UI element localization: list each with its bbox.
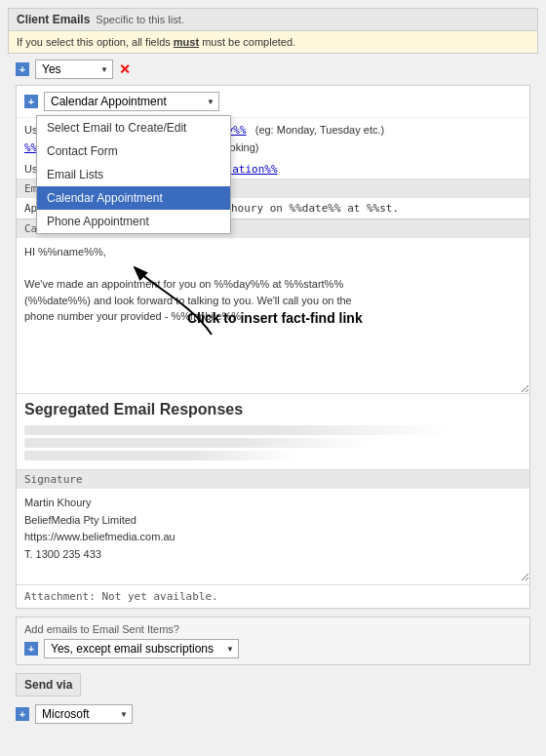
section-header: Client Emails Specific to this list.	[8, 8, 538, 31]
warning-text2: must be completed.	[199, 36, 295, 48]
warning-text1: If you select this option, all fields	[17, 36, 174, 48]
dd-item-calendar[interactable]: Calendar Appointment	[37, 186, 230, 210]
yes-plus-icon[interactable]: +	[16, 62, 29, 76]
attachment-label: Attachment:	[24, 590, 96, 603]
add-emails-select[interactable]: Yes, except email subscriptions Yes No	[44, 639, 239, 658]
blurred-content	[17, 420, 529, 469]
yes-select-wrapper[interactable]: Yes No	[35, 60, 113, 79]
dd-item-select[interactable]: Select Email to Create/Edit	[37, 116, 230, 139]
section-note: Specific to this list.	[96, 14, 183, 25]
send-via-label: Send via	[16, 673, 81, 696]
dropdown-row: + Calendar Appointment Contact Form Emai…	[17, 86, 529, 118]
attachment-row: Attachment: Not yet available.	[17, 584, 529, 608]
dropdown-plus-icon[interactable]: +	[24, 95, 38, 108]
add-emails-plus-icon[interactable]: +	[24, 642, 38, 656]
email-type-select[interactable]: Calendar Appointment Contact Form Email …	[44, 92, 219, 111]
attachment-value: Not yet available.	[101, 590, 217, 603]
yes-select[interactable]: Yes No	[35, 60, 113, 79]
segregated-heading: Segregated Email Responses	[17, 397, 529, 420]
add-emails-select-wrapper[interactable]: Yes, except email subscriptions Yes No	[44, 639, 239, 658]
send-via-plus-icon[interactable]: +	[16, 707, 29, 721]
send-via-select[interactable]: Microsoft Google Default	[35, 704, 133, 724]
send-via-select-wrapper[interactable]: Microsoft Google Default	[35, 704, 133, 724]
dd-item-phone[interactable]: Phone Appointment	[37, 210, 230, 233]
signature-label: Signature	[17, 469, 529, 489]
signature-textarea[interactable]: Martin Khoury BeliefMedia Pty Limited ht…	[17, 489, 529, 581]
add-emails-title: Add emails to Email Sent Items?	[24, 623, 522, 635]
warning-bar: If you select this option, all fields mu…	[8, 31, 538, 54]
main-content: + Calendar Appointment Contact Form Emai…	[16, 85, 530, 609]
email-body-textarea[interactable]: HI %%name%%, We've made an appointment f…	[17, 238, 529, 394]
email-type-select-wrapper[interactable]: Calendar Appointment Contact Form Email …	[44, 92, 219, 111]
dropdown-open: Select Email to Create/Edit Contact Form…	[36, 115, 231, 234]
day-hint: (eg: Monday, Tuesday etc.)	[255, 124, 384, 136]
dd-item-contact[interactable]: Contact Form	[37, 139, 230, 163]
send-via-block: Send via + Microsoft Google Default	[16, 673, 530, 724]
add-emails-block: Add emails to Email Sent Items? + Yes, e…	[16, 617, 530, 665]
warning-underline: must	[174, 36, 199, 48]
yes-cancel-icon[interactable]: ✕	[119, 61, 131, 77]
section-title: Client Emails	[17, 13, 90, 26]
yes-row: + Yes No ✕	[8, 54, 538, 85]
dd-item-email-lists[interactable]: Email Lists	[37, 163, 230, 186]
